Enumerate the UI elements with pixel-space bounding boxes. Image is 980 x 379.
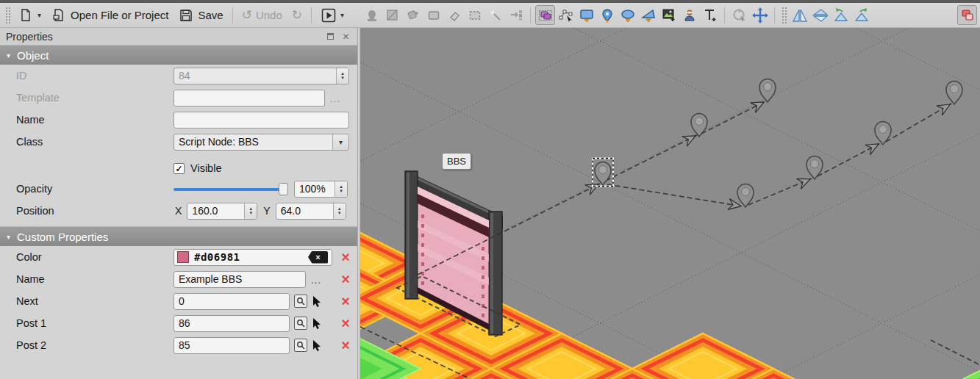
next-pick-object-button[interactable] <box>311 295 323 308</box>
remove-color-property-button[interactable]: × <box>338 250 353 264</box>
position-x-input[interactable] <box>187 203 244 219</box>
insert-rectangle-tool[interactable] <box>576 5 596 25</box>
insert-polygon-tool[interactable] <box>638 5 658 25</box>
insert-tile-tool[interactable] <box>659 5 679 25</box>
color-hex-value: #d06981 <box>194 251 240 263</box>
post1-search-object-button[interactable] <box>294 317 307 330</box>
map-pin[interactable] <box>806 156 823 180</box>
object-section-header[interactable]: ▾ Object <box>0 45 357 65</box>
select-objects-tool[interactable] <box>535 5 555 25</box>
class-dropdown[interactable]: ▾ <box>174 134 349 151</box>
highlight-current-layer-button[interactable] <box>957 5 977 25</box>
position-x-field[interactable]: ▴ ▾ <box>187 203 257 220</box>
custom-name-row: Name … × <box>0 268 357 290</box>
id-field: ▴ ▾ <box>174 68 349 84</box>
remove-name-property-button[interactable]: × <box>338 272 353 286</box>
template-row: Template … <box>0 87 357 109</box>
map-canvas[interactable] <box>360 28 980 379</box>
position-x-spinner[interactable]: ▴ ▾ <box>244 203 257 219</box>
color-field[interactable]: #d06981 × <box>174 249 332 266</box>
opacity-spinner[interactable]: ▴ ▾ <box>335 181 347 197</box>
bucket-fill-tool[interactable] <box>403 5 423 25</box>
save-button[interactable]: Save <box>174 5 227 25</box>
magic-wand-tool[interactable] <box>485 5 505 25</box>
rotate-object-tool[interactable] <box>729 5 749 25</box>
insert-ellipse-tool[interactable] <box>618 5 637 25</box>
flip-horizontal-button[interactable] <box>790 5 809 25</box>
post1-pick-object-button[interactable] <box>311 317 323 330</box>
name-field[interactable] <box>174 112 349 129</box>
close-panel-button[interactable]: ✕ <box>340 31 351 42</box>
name-input[interactable] <box>174 112 348 128</box>
color-swatch[interactable] <box>177 251 189 263</box>
template-field[interactable] <box>174 90 325 107</box>
position-row: Position X ▴ ▾ Y ▴ ▾ <box>0 200 357 222</box>
post1-field[interactable] <box>174 315 290 332</box>
custom-name-field[interactable] <box>174 271 306 288</box>
remove-next-property-button[interactable]: × <box>338 294 353 308</box>
position-y-field[interactable]: ▴ ▾ <box>276 203 346 220</box>
edit-polygons-tool[interactable] <box>556 5 576 25</box>
custom-name-input[interactable] <box>174 272 305 287</box>
map-pin[interactable] <box>593 159 613 187</box>
eraser-tool[interactable] <box>444 5 464 25</box>
shape-fill-tool[interactable] <box>423 5 443 25</box>
map-pins[interactable] <box>593 79 962 208</box>
rectangular-select-tool[interactable] <box>465 5 484 25</box>
opacity-slider[interactable] <box>174 181 288 198</box>
custom-properties-section-header[interactable]: ▾ Custom Properties <box>0 226 357 246</box>
open-file-button[interactable]: Open File or Project <box>46 5 173 25</box>
insert-point-tool[interactable] <box>597 5 617 25</box>
new-file-icon <box>18 7 34 24</box>
visible-checkbox[interactable]: ✓ <box>174 163 185 174</box>
undo-button[interactable]: ↺ Undo <box>237 5 287 25</box>
float-panel-button[interactable] <box>325 31 336 42</box>
template-browse-button[interactable]: … <box>325 92 345 104</box>
toolbar-drag-handle[interactable] <box>782 7 787 24</box>
toolbar-drag-handle[interactable] <box>5 7 10 24</box>
rotate-left-button[interactable] <box>831 5 851 25</box>
template-input[interactable] <box>174 90 324 106</box>
position-y-input[interactable] <box>276 203 333 219</box>
properties-panel-titlebar[interactable]: Properties ✕ <box>0 28 357 45</box>
offset-layers-tool[interactable] <box>750 5 770 25</box>
custom-properties-section-label: Custom Properties <box>17 231 108 243</box>
opacity-field[interactable]: ▴ ▾ <box>294 181 348 198</box>
clear-color-button[interactable]: × <box>308 251 328 264</box>
next-field[interactable] <box>174 293 290 310</box>
redo-button[interactable]: ↻ <box>287 5 307 25</box>
insert-text-tool[interactable] <box>700 5 720 25</box>
post2-pick-object-button[interactable] <box>311 339 323 352</box>
map-pin[interactable] <box>691 114 707 137</box>
map-pin[interactable] <box>946 82 962 105</box>
remove-post2-property-button[interactable]: × <box>338 338 353 353</box>
map-pin[interactable] <box>759 79 776 103</box>
select-same-tile-tool[interactable] <box>506 5 526 25</box>
new-file-button[interactable]: ▾ <box>13 5 46 25</box>
map-pin[interactable] <box>875 122 891 145</box>
next-search-object-button[interactable] <box>294 295 307 308</box>
map-view[interactable]: BBS <box>359 28 980 379</box>
rotate-right-button[interactable] <box>851 5 871 25</box>
position-y-spinner[interactable]: ▴ ▾ <box>333 203 346 219</box>
run-command-button[interactable]: ▾ <box>316 5 348 25</box>
opacity-slider-handle[interactable] <box>279 183 288 195</box>
custom-name-edit-button[interactable]: … <box>306 273 326 286</box>
toolbar-separator <box>530 7 531 24</box>
post2-input[interactable] <box>174 338 289 353</box>
post2-field[interactable] <box>174 337 290 354</box>
post2-search-object-button[interactable] <box>294 339 307 352</box>
class-label: Class <box>16 136 174 148</box>
class-dropdown-caret[interactable]: ▾ <box>332 134 348 150</box>
post1-input[interactable] <box>174 316 289 331</box>
stamp-brush-tool[interactable] <box>362 5 382 25</box>
save-label: Save <box>198 9 223 21</box>
terrain-brush-tool[interactable] <box>382 5 402 25</box>
insert-template-tool[interactable] <box>679 5 699 25</box>
spin-down-icon: ▾ <box>338 211 341 215</box>
opacity-input[interactable] <box>295 181 335 197</box>
remove-post1-property-button[interactable]: × <box>338 316 353 331</box>
flip-vertical-button[interactable] <box>810 5 830 25</box>
next-input[interactable] <box>174 294 289 309</box>
open-file-label: Open File or Project <box>71 9 168 21</box>
